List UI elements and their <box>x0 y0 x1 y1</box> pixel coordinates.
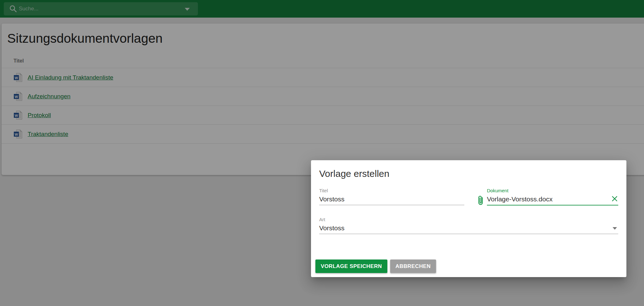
cancel-button[interactable]: ABBRECHEN <box>390 260 436 273</box>
titel-field-value[interactable]: Vorstoss <box>319 194 464 204</box>
dokument-field-underline <box>487 205 618 205</box>
paperclip-icon <box>477 194 485 207</box>
clear-document-icon[interactable] <box>612 196 618 202</box>
create-template-dialog: Vorlage erstellen Titel Vorstoss Dokumen… <box>311 160 626 277</box>
titel-field[interactable]: Titel Vorstoss <box>319 188 464 205</box>
art-field-label: Art <box>319 217 618 222</box>
art-select-caret-icon[interactable] <box>613 227 617 230</box>
art-field-value[interactable]: Vorstoss <box>319 223 618 233</box>
titel-field-underline <box>319 205 464 205</box>
dokument-field-label: Dokument <box>487 188 618 194</box>
dialog-title: Vorlage erstellen <box>319 160 618 180</box>
art-field-underline <box>319 234 618 234</box>
dialog-actions: VORLAGE SPEICHERN ABBRECHEN <box>315 260 436 273</box>
art-select-field[interactable]: Art Vorstoss <box>319 217 618 234</box>
dokument-field[interactable]: Dokument Vorlage-Vorstoss.docx <box>477 188 618 205</box>
titel-field-label: Titel <box>319 188 464 194</box>
save-template-button[interactable]: VORLAGE SPEICHERN <box>315 260 387 273</box>
dokument-field-value[interactable]: Vorlage-Vorstoss.docx <box>487 194 618 204</box>
